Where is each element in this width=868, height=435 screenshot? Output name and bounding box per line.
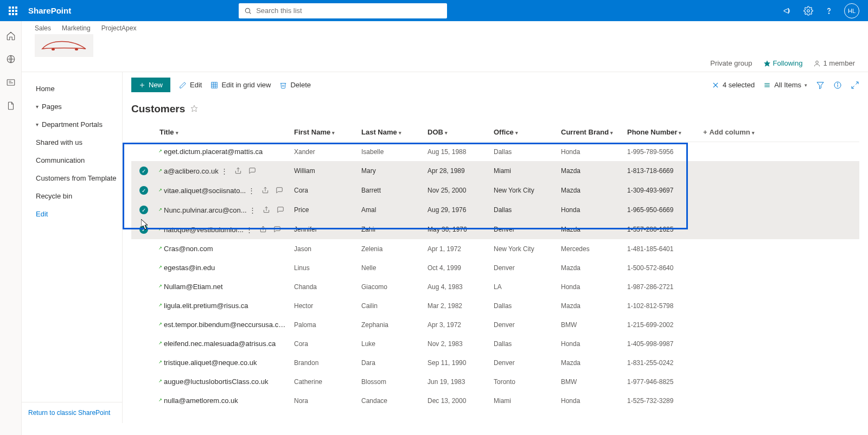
clear-selection-icon[interactable] — [712, 81, 719, 89]
col-dob[interactable]: DOB▾ — [424, 123, 490, 142]
more-icon[interactable]: ⋮ — [249, 206, 256, 214]
follow-button[interactable]: Following — [763, 59, 803, 67]
comment-icon[interactable] — [276, 187, 283, 194]
col-brand[interactable]: Current Brand▾ — [558, 123, 624, 142]
table-row[interactable]: ↗egestas@in.eduLinusNelleOct 4, 1999Denv… — [131, 258, 859, 277]
row-select-cell[interactable]: ✓ — [131, 220, 156, 239]
nav-shared[interactable]: Shared with us — [22, 133, 122, 151]
table-row[interactable]: ↗Cras@non.comJasonZeleniaApr 1, 1972New … — [131, 239, 859, 258]
table-row[interactable]: ↗ligula.elit.pretium@risus.caHectorCaili… — [131, 296, 859, 315]
new-button[interactable]: New — [131, 78, 170, 92]
col-title[interactable]: Title▾ — [156, 123, 291, 142]
cell-title[interactable]: ↗est.tempor.bibendum@neccursusa.com — [156, 315, 291, 334]
pivot-marketing[interactable]: Marketing — [62, 24, 91, 32]
nav-pages[interactable]: ▾Pages — [22, 98, 122, 116]
expand-icon[interactable] — [851, 81, 859, 89]
delete-button[interactable]: Delete — [279, 81, 311, 89]
user-avatar[interactable]: HL — [844, 3, 859, 18]
cell-title[interactable]: ↗augue@luctuslobortisClass.co.uk — [156, 372, 291, 391]
nav-recycle-bin[interactable]: Recycle bin — [22, 187, 122, 205]
row-select-cell[interactable] — [131, 353, 156, 372]
table-row[interactable]: ↗nulla@ametlorem.co.ukNoraCandaceDec 13,… — [131, 391, 859, 410]
comment-icon[interactable] — [273, 226, 281, 233]
edit-button[interactable]: Edit — [179, 81, 202, 89]
cell-title[interactable]: ↗egestas@in.edu — [156, 258, 291, 277]
cell-title[interactable]: ↗Nunc.pulvinar.arcu@con...⋮ — [156, 200, 291, 220]
row-select-cell[interactable]: ✓ — [131, 181, 156, 200]
row-select-cell[interactable] — [131, 239, 156, 258]
cell-title[interactable]: ↗nulla@ametlorem.co.uk — [156, 391, 291, 410]
help-icon[interactable] — [824, 5, 834, 16]
pivot-projectapex[interactable]: ProjectApex — [101, 24, 137, 32]
news-icon[interactable] — [6, 78, 16, 89]
cell-title[interactable]: ↗ligula.elit.pretium@risus.ca — [156, 296, 291, 315]
settings-icon[interactable] — [803, 5, 814, 16]
cell-title[interactable]: ↗Nullam@Etiam.net — [156, 277, 291, 296]
row-select-cell[interactable]: ✓ — [131, 161, 156, 181]
table-row[interactable]: ✓↗natoque@vestibulumlor...⋮JenniferZahir… — [131, 220, 859, 239]
col-add[interactable]: +Add column▾ — [700, 123, 859, 142]
edit-grid-button[interactable]: Edit in grid view — [210, 81, 271, 89]
return-classic-link[interactable]: Return to classic SharePoint — [22, 402, 122, 423]
more-icon[interactable]: ⋮ — [246, 226, 253, 234]
selection-count[interactable]: 4 selected — [712, 81, 755, 89]
row-select-cell[interactable] — [131, 258, 156, 277]
cell-title[interactable]: ↗a@aclibero.co.uk⋮ — [156, 161, 291, 181]
info-icon[interactable] — [833, 81, 842, 89]
table-row[interactable]: ↗eget.dictum.placerat@mattis.caXanderIsa… — [131, 142, 859, 162]
nav-communication[interactable]: Communication — [22, 151, 122, 169]
megaphone-icon[interactable] — [782, 5, 793, 16]
col-last-name[interactable]: Last Name▾ — [358, 123, 424, 142]
files-icon[interactable] — [6, 101, 16, 112]
view-selector[interactable]: All Items ▾ — [763, 81, 807, 89]
row-select-cell[interactable] — [131, 372, 156, 391]
share-icon[interactable] — [263, 206, 270, 214]
comment-icon[interactable] — [277, 206, 284, 214]
pivot-sales[interactable]: Sales — [35, 24, 51, 32]
search-input[interactable] — [256, 7, 442, 15]
nav-edit[interactable]: Edit — [22, 205, 122, 223]
share-icon[interactable] — [261, 187, 269, 194]
nav-home[interactable]: Home — [22, 80, 122, 98]
filter-icon[interactable] — [816, 81, 825, 89]
app-launcher-icon[interactable] — [4, 2, 22, 20]
cell-title[interactable]: ↗natoque@vestibulumlor...⋮ — [156, 220, 291, 239]
row-select-cell[interactable] — [131, 277, 156, 296]
globe-icon[interactable] — [6, 54, 16, 66]
cell-title[interactable]: ↗tristique.aliquet@neque.co.uk — [156, 353, 291, 372]
table-row[interactable]: ✓↗a@aclibero.co.uk⋮WilliamMaryApr 28, 19… — [131, 161, 859, 181]
table-row[interactable]: ↗Nullam@Etiam.netChandaGiacomoAug 4, 198… — [131, 277, 859, 296]
site-logo[interactable] — [35, 34, 93, 57]
home-icon[interactable] — [6, 31, 16, 42]
table-row[interactable]: ✓↗vitae.aliquet@sociisnato...⋮CoraBarret… — [131, 181, 859, 200]
cell-title[interactable]: ↗Cras@non.com — [156, 239, 291, 258]
more-icon[interactable]: ⋮ — [221, 167, 228, 175]
row-select-cell[interactable] — [131, 334, 156, 353]
comment-icon[interactable] — [248, 167, 256, 175]
table-row[interactable]: ↗est.tempor.bibendum@neccursusa.comPalom… — [131, 315, 859, 334]
row-select-cell[interactable] — [131, 391, 156, 410]
table-row[interactable]: ↗tristique.aliquet@neque.co.ukBrandonDar… — [131, 353, 859, 372]
table-row[interactable]: ↗augue@luctuslobortisClass.co.ukCatherin… — [131, 372, 859, 391]
more-icon[interactable]: ⋮ — [248, 187, 255, 195]
row-select-cell[interactable] — [131, 315, 156, 334]
favorite-star-icon[interactable] — [190, 105, 198, 114]
nav-customers-template[interactable]: Customers from Template — [22, 169, 122, 187]
col-select[interactable] — [131, 123, 156, 142]
col-phone[interactable]: Phone Number▾ — [624, 123, 700, 142]
row-select-cell[interactable]: ✓ — [131, 200, 156, 220]
row-select-cell[interactable] — [131, 142, 156, 162]
nav-portals[interactable]: ▾Department Portals — [22, 116, 122, 133]
table-row[interactable]: ↗eleifend.nec.malesuada@atrisus.caCoraLu… — [131, 334, 859, 353]
members-button[interactable]: 1 member — [813, 59, 855, 67]
search-box[interactable] — [239, 3, 447, 18]
cell-title[interactable]: ↗vitae.aliquet@sociisnato...⋮ — [156, 181, 291, 200]
cell-title[interactable]: ↗eleifend.nec.malesuada@atrisus.ca — [156, 334, 291, 353]
col-first-name[interactable]: First Name▾ — [291, 123, 358, 142]
table-row[interactable]: ✓↗Nunc.pulvinar.arcu@con...⋮PriceAmalAug… — [131, 200, 859, 220]
col-office[interactable]: Office▾ — [490, 123, 558, 142]
share-icon[interactable] — [234, 167, 242, 175]
share-icon[interactable] — [259, 226, 267, 233]
cell-title[interactable]: ↗eget.dictum.placerat@mattis.ca — [156, 142, 291, 162]
row-select-cell[interactable] — [131, 296, 156, 315]
